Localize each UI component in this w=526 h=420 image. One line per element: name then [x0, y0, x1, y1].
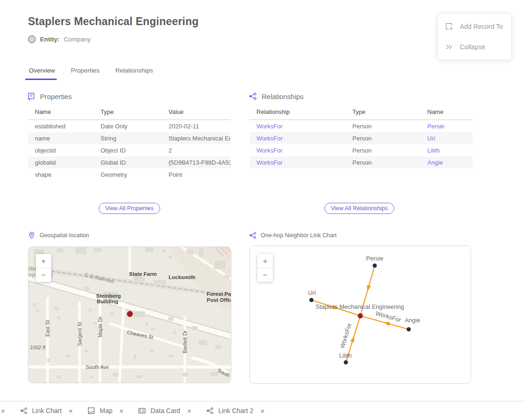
zoom-out-button[interactable]: −: [36, 268, 51, 282]
cell: Person: [349, 144, 424, 156]
cell: 2020-02-11: [165, 120, 230, 133]
geospatial-section-title: Geospatial location: [40, 232, 89, 239]
column-header-name: Name: [424, 105, 472, 120]
node-label: Uri: [308, 289, 316, 296]
properties-section-header: Properties: [27, 92, 72, 100]
cell: Persie: [424, 120, 472, 133]
relationships-section-header: Relationships: [249, 92, 303, 100]
edge-arrow: [383, 320, 390, 326]
close-icon[interactable]: ×: [260, 407, 264, 415]
linkchart-section-title: One-hop Neighbor Link Chart: [261, 232, 337, 239]
tab-relationships[interactable]: Relationships: [115, 67, 154, 80]
view-all-properties-button[interactable]: View All Properties: [99, 203, 160, 214]
close-icon[interactable]: ×: [1, 407, 5, 415]
menu-item-add-record-to[interactable]: Add Record To: [438, 16, 511, 37]
data-card-view: Staplers Mechanical Engineering Entity: …: [0, 0, 526, 420]
tab-overview[interactable]: Overview: [28, 67, 56, 80]
column-header-type: Type: [349, 105, 424, 120]
bottom-tab-map[interactable]: Map×: [88, 407, 123, 415]
zoom-in-button[interactable]: +: [257, 254, 273, 268]
table-row: shapeGeometryPoint: [28, 168, 230, 180]
cell: Point: [165, 168, 230, 180]
column-header-relationship: Relationship: [250, 105, 349, 120]
cell: Lilith: [424, 144, 472, 156]
cell: Person: [349, 156, 424, 168]
data-card-icon: [138, 407, 146, 414]
cell: Global ID: [97, 156, 165, 168]
bottom-tab-label: Map: [100, 407, 112, 414]
node-label: Staplers Mechanical Engineering: [316, 303, 404, 310]
properties-icon: [27, 92, 35, 100]
node-company[interactable]: [358, 313, 363, 319]
properties-table: NameTypeValueestablishedDate Only2020-02…: [28, 105, 230, 180]
cell-link[interactable]: Lilith: [427, 147, 440, 154]
close-icon[interactable]: ×: [120, 407, 124, 415]
table-row: WorksForPersonPersie: [250, 120, 472, 133]
cell: Angie: [424, 156, 472, 168]
bottom-tab-link-chart[interactable]: Link Chart×: [20, 407, 73, 415]
cell-link[interactable]: Persie: [427, 123, 445, 130]
collapse-icon: [445, 43, 453, 51]
location-pin-icon: [28, 232, 35, 239]
geospatial-section-header: Geospatial location: [28, 232, 89, 239]
one-hop-link-chart-icon: [249, 232, 256, 239]
cell: name: [28, 132, 97, 144]
zoom-in-button[interactable]: +: [36, 254, 51, 268]
cell-link[interactable]: WorksFor: [256, 123, 283, 130]
cell-link[interactable]: WorksFor: [256, 147, 283, 154]
node-lilith[interactable]: [344, 360, 348, 365]
link-chart-svg: WorksForWorksForStaplers Mechanical Engi…: [250, 246, 470, 382]
cell-link[interactable]: Angie: [427, 159, 443, 166]
cell: {5D9B4713-F98D-4A53-...: [165, 156, 230, 168]
link-chart-icon: [206, 407, 214, 414]
bottom-tab-link-chart-2[interactable]: Link Chart 2×: [206, 407, 264, 415]
cell-link[interactable]: WorksFor: [256, 159, 283, 166]
entity-type: Company: [64, 36, 91, 43]
cell: Staplers Mechanical Eng...: [165, 132, 230, 144]
entity-status-icon: [28, 35, 36, 43]
tab-properties[interactable]: Properties: [70, 67, 101, 80]
cell: Date Only: [97, 120, 165, 133]
cell: Uri: [424, 132, 472, 144]
close-icon[interactable]: ×: [187, 407, 191, 415]
cell: WorksFor: [250, 156, 349, 168]
entity-label: Entity:: [40, 36, 60, 43]
bottom-tab-data-card[interactable]: Data Card×: [138, 407, 191, 415]
geospatial-map[interactable]: rbouropaedicsC G RailroadState FarmLocks…: [28, 247, 231, 383]
node-uri[interactable]: [310, 298, 314, 302]
cell: objectid: [28, 144, 97, 156]
cell: String: [97, 132, 165, 144]
node-angie[interactable]: [407, 327, 411, 332]
link-chart-icon: [20, 407, 27, 414]
cell: Person: [349, 120, 424, 133]
cell: Geometry: [97, 168, 165, 180]
link-chart[interactable]: WorksForWorksForStaplers Mechanical Engi…: [250, 246, 471, 384]
page-title: Staplers Mechanical Engineering: [28, 15, 199, 28]
cell: Object ID: [97, 144, 165, 156]
cell: WorksFor: [250, 132, 349, 144]
table-row: nameStringStaplers Mechanical Eng...: [28, 132, 230, 144]
column-header-name: Name: [28, 105, 97, 120]
column-header-type: Type: [97, 105, 165, 120]
add-record-icon: [445, 22, 453, 31]
menu-item-collapse[interactable]: Collapse: [438, 37, 511, 57]
close-icon[interactable]: ×: [69, 407, 73, 415]
zoom-out-button[interactable]: −: [257, 268, 273, 282]
view-all-relationships-button[interactable]: View All Relationships: [324, 203, 394, 214]
properties-section-title: Properties: [40, 93, 72, 100]
table-row: establishedDate Only2020-02-11: [28, 120, 230, 133]
entity-location-marker[interactable]: [127, 311, 133, 317]
cell: globalid: [28, 156, 97, 168]
map-icon: [88, 407, 95, 414]
map-zoom-control: + −: [36, 254, 51, 282]
cell: shape: [28, 168, 97, 180]
node-persie[interactable]: [373, 264, 377, 268]
bottom-tab-bar: ×Link Chart×Map×Data Card×Link Chart 2×: [0, 401, 526, 420]
cell-link[interactable]: Uri: [427, 135, 435, 142]
map-canvas: [28, 247, 231, 383]
cell: WorksFor: [250, 120, 349, 133]
relationships-table: RelationshipTypeNameWorksForPersonPersie…: [250, 105, 472, 168]
menu-item-label: Add Record To: [460, 23, 503, 30]
cell-link[interactable]: WorksFor: [256, 135, 283, 142]
relationships-icon: [249, 92, 257, 100]
